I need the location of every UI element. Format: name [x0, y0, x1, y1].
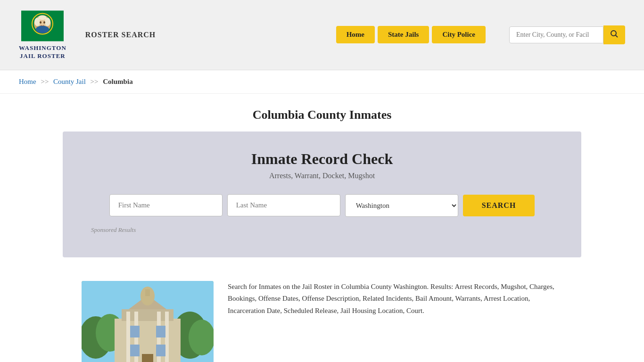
search-icon	[610, 30, 619, 38]
svg-line-11	[616, 35, 618, 37]
content-area: Search for Inmates on the Jail Roster in…	[63, 272, 581, 362]
inmate-search-form: AlabamaAlaskaArizonaArkansasCaliforniaCo…	[91, 194, 553, 217]
courthouse-image	[82, 281, 214, 362]
state-jails-nav-button[interactable]: State Jails	[378, 26, 429, 43]
svg-point-8	[43, 21, 45, 24]
header-search-bar	[509, 25, 625, 44]
description-text: Search for Inmates on the Jail Roster in…	[228, 281, 562, 317]
logo-title: WASHINGTON JAIL ROSTER	[19, 44, 66, 60]
svg-rect-26	[130, 326, 140, 337]
site-logo[interactable]: WASHINGTON JAIL ROSTER	[19, 9, 66, 60]
content-description: Search for Inmates on the Jail Roster in…	[228, 281, 562, 317]
svg-point-6	[38, 16, 47, 20]
breadcrumb-sep-1: >>	[41, 78, 49, 85]
record-check-subtitle: Arrests, Warrant, Docket, Mugshot	[91, 172, 553, 180]
record-check-title: Inmate Record Check	[91, 150, 553, 168]
flag-icon	[21, 9, 64, 42]
svg-point-3	[36, 26, 49, 33]
city-police-nav-button[interactable]: City Police	[432, 26, 486, 43]
svg-rect-28	[130, 345, 140, 356]
record-check-box: Inmate Record Check Arrests, Warrant, Do…	[63, 132, 581, 257]
header-search-button[interactable]	[603, 25, 625, 44]
breadcrumb-sep-2: >>	[91, 78, 99, 85]
breadcrumb-county-jail-link[interactable]: County Jail	[53, 78, 86, 85]
svg-point-10	[611, 31, 616, 36]
main-nav: Home State Jails City Police	[336, 26, 486, 43]
inmate-search-button[interactable]: SEARCH	[463, 195, 535, 216]
breadcrumb: Home >> County Jail >> Columbia	[0, 70, 644, 94]
page-title: Columbia County Inmates	[19, 108, 625, 122]
last-name-input[interactable]	[227, 194, 340, 216]
svg-rect-25	[165, 312, 169, 362]
breadcrumb-current: Columbia	[103, 78, 132, 85]
svg-rect-30	[142, 354, 153, 362]
home-nav-button[interactable]: Home	[336, 26, 375, 43]
svg-rect-21	[145, 289, 150, 296]
header-search-input[interactable]	[509, 26, 603, 43]
courthouse-svg	[82, 281, 214, 362]
svg-rect-22	[126, 312, 130, 362]
svg-rect-27	[156, 326, 165, 337]
svg-rect-29	[156, 345, 165, 356]
state-select[interactable]: AlabamaAlaskaArizonaArkansasCaliforniaCo…	[345, 194, 458, 217]
sponsored-results-label: Sponsored Results	[91, 226, 553, 234]
page-title-area: Columbia County Inmates	[0, 94, 644, 132]
svg-point-7	[40, 21, 41, 24]
breadcrumb-home-link[interactable]: Home	[19, 78, 36, 85]
roster-search-label: ROSTER SEARCH	[85, 31, 156, 39]
first-name-input[interactable]	[109, 194, 223, 216]
site-header: WASHINGTON JAIL ROSTER ROSTER SEARCH Hom…	[0, 0, 644, 70]
